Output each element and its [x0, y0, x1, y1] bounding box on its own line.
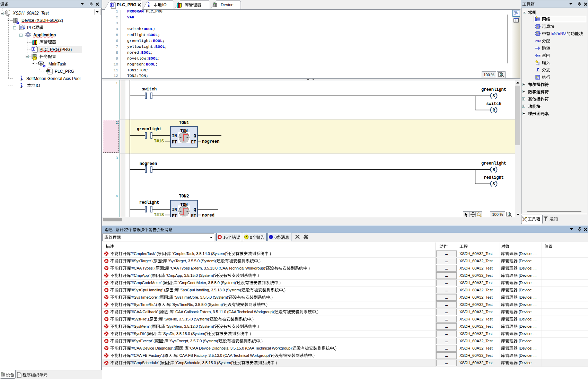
svg-text:TON: TON: [180, 129, 188, 134]
svg-text:ET: ET: [191, 140, 196, 145]
svg-text:S: S: [492, 94, 495, 99]
svg-text:greenlight: greenlight: [137, 127, 161, 132]
svg-text:PT: PT: [172, 140, 177, 145]
svg-text:nored: nored: [202, 213, 214, 217]
svg-text:switch: switch: [142, 87, 157, 92]
svg-text:nogreen: nogreen: [202, 139, 219, 144]
svg-text:R: R: [492, 108, 495, 113]
svg-text:ET: ET: [191, 214, 196, 217]
svg-text:greenlight: greenlight: [481, 161, 506, 166]
svg-text:nogreen: nogreen: [140, 161, 157, 166]
svg-text:TON2: TON2: [179, 194, 189, 199]
svg-text:TON1: TON1: [179, 121, 189, 125]
svg-text:redlight: redlight: [139, 200, 159, 205]
svg-text:Q: Q: [194, 134, 196, 139]
svg-text:S: S: [492, 182, 495, 187]
svg-text:PT: PT: [172, 214, 177, 217]
svg-text:switch: switch: [486, 102, 501, 106]
svg-text:IN: IN: [172, 134, 177, 139]
svg-text:R: R: [492, 168, 495, 173]
svg-text:IN: IN: [172, 208, 177, 212]
svg-text:Q: Q: [194, 208, 196, 212]
svg-text:redlight: redlight: [484, 175, 504, 180]
svg-text:T#1S: T#1S: [154, 213, 164, 217]
svg-text:T#1S: T#1S: [154, 139, 164, 144]
svg-text:TON: TON: [180, 203, 188, 208]
svg-text:greenlight: greenlight: [481, 87, 506, 92]
